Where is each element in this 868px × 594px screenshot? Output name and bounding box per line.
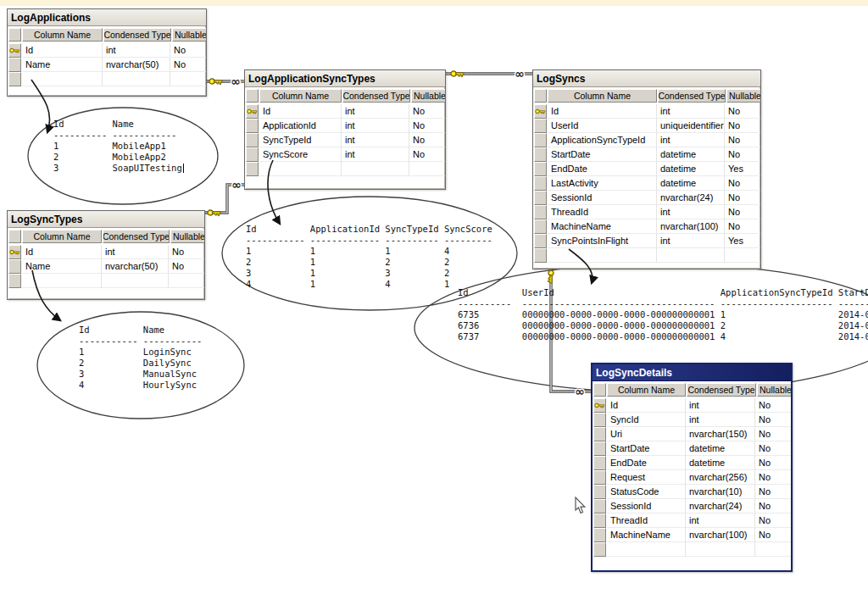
row-header[interactable] bbox=[593, 499, 606, 514]
cell[interactable] bbox=[686, 542, 755, 557]
cell[interactable]: nvarchar(50) bbox=[103, 58, 170, 72]
column-header[interactable]: Column Name bbox=[548, 89, 657, 103]
cell[interactable] bbox=[342, 162, 409, 176]
row-header[interactable] bbox=[593, 514, 606, 528]
cell[interactable]: Id bbox=[548, 104, 657, 119]
cell[interactable]: No bbox=[755, 499, 793, 514]
cell[interactable]: datetime bbox=[657, 147, 725, 162]
cell[interactable]: int bbox=[102, 245, 169, 259]
cell[interactable]: Uri bbox=[607, 427, 686, 441]
column-header[interactable]: Column Name bbox=[22, 28, 103, 42]
cell[interactable]: No bbox=[755, 398, 793, 413]
corner-cell[interactable] bbox=[8, 230, 21, 243]
cell[interactable]: No bbox=[409, 119, 446, 133]
primary-key-icon[interactable] bbox=[8, 245, 21, 259]
cell[interactable]: StatusCode bbox=[607, 485, 686, 499]
cell[interactable]: No bbox=[409, 133, 446, 147]
cell[interactable]: No bbox=[755, 441, 793, 456]
column-header[interactable]: Column Name bbox=[607, 383, 686, 397]
column-header[interactable]: Nullable bbox=[172, 28, 207, 42]
cell[interactable]: int bbox=[657, 104, 725, 119]
row-header[interactable] bbox=[593, 470, 606, 485]
row-header[interactable] bbox=[534, 205, 547, 219]
row-header[interactable] bbox=[593, 542, 606, 557]
cell[interactable]: Name bbox=[22, 259, 102, 274]
cell[interactable] bbox=[755, 542, 793, 557]
table-title[interactable]: LogSyncDetails bbox=[593, 364, 791, 381]
cell[interactable]: No bbox=[725, 133, 761, 147]
cell[interactable]: No bbox=[725, 104, 761, 119]
cell[interactable] bbox=[725, 248, 761, 263]
cell[interactable]: nvarchar(100) bbox=[657, 219, 725, 234]
cell[interactable] bbox=[169, 274, 205, 288]
table-title[interactable]: LogSyncs bbox=[533, 70, 760, 87]
row-header[interactable] bbox=[593, 456, 606, 470]
row-header[interactable] bbox=[593, 441, 606, 456]
corner-cell[interactable] bbox=[534, 89, 547, 103]
cell[interactable]: No bbox=[755, 485, 793, 499]
row-header[interactable] bbox=[534, 162, 547, 176]
row-header[interactable] bbox=[534, 234, 547, 248]
cell[interactable]: int bbox=[342, 133, 409, 147]
cell[interactable] bbox=[103, 72, 170, 86]
row-header[interactable] bbox=[534, 248, 547, 263]
row-header[interactable] bbox=[534, 119, 547, 133]
cell[interactable] bbox=[170, 72, 207, 86]
cell[interactable]: SyncPointsInFlight bbox=[548, 234, 657, 248]
row-header[interactable] bbox=[246, 162, 259, 176]
cell[interactable]: nvarchar(10) bbox=[686, 485, 755, 499]
row-header[interactable] bbox=[593, 485, 606, 499]
cell[interactable]: No bbox=[409, 104, 446, 119]
cell[interactable]: No bbox=[725, 119, 761, 133]
cell[interactable]: ApplicationSyncTypeId bbox=[548, 133, 657, 147]
cell[interactable]: int bbox=[657, 205, 725, 219]
cell[interactable] bbox=[22, 274, 102, 288]
cell[interactable]: No bbox=[170, 43, 207, 58]
cell[interactable]: nvarchar(24) bbox=[657, 191, 725, 205]
row-header[interactable] bbox=[534, 176, 547, 191]
cell[interactable]: Request bbox=[607, 470, 686, 485]
cell[interactable]: datetime bbox=[686, 456, 755, 470]
primary-key-icon[interactable] bbox=[534, 104, 547, 119]
cell[interactable]: int bbox=[342, 119, 409, 133]
row-header[interactable] bbox=[8, 259, 21, 274]
cell[interactable]: No bbox=[755, 528, 793, 542]
cell[interactable] bbox=[22, 72, 103, 86]
column-header[interactable]: Nullable bbox=[757, 383, 793, 397]
cell[interactable]: ThreadId bbox=[607, 514, 686, 528]
cell[interactable]: ApplicationId bbox=[259, 119, 342, 133]
cell[interactable]: StartDate bbox=[548, 147, 657, 162]
row-header[interactable] bbox=[246, 147, 259, 162]
corner-cell[interactable] bbox=[593, 383, 606, 397]
cell[interactable] bbox=[409, 162, 446, 176]
row-header[interactable] bbox=[534, 133, 547, 147]
cell[interactable]: int bbox=[686, 413, 755, 427]
cell[interactable] bbox=[607, 542, 686, 557]
row-header[interactable] bbox=[534, 191, 547, 205]
row-header[interactable] bbox=[593, 528, 606, 542]
column-header[interactable]: Condensed Type bbox=[103, 230, 170, 243]
cell[interactable]: LastActivity bbox=[548, 176, 657, 191]
cell[interactable]: Yes bbox=[725, 162, 761, 176]
column-header[interactable]: Condensed Type bbox=[687, 383, 756, 397]
cell[interactable]: No bbox=[169, 245, 205, 259]
cell[interactable]: Id bbox=[22, 43, 103, 58]
cell[interactable]: nvarchar(24) bbox=[686, 499, 755, 514]
cell[interactable]: MachineName bbox=[607, 528, 686, 542]
cell[interactable]: No bbox=[725, 176, 761, 191]
cell[interactable]: uniqueidentifier bbox=[657, 119, 725, 133]
cell[interactable]: int bbox=[342, 104, 409, 119]
cell[interactable]: Id bbox=[607, 398, 686, 413]
column-header[interactable]: Column Name bbox=[259, 89, 342, 103]
row-header[interactable] bbox=[534, 147, 547, 162]
row-header[interactable] bbox=[8, 72, 21, 86]
cell[interactable]: nvarchar(150) bbox=[686, 427, 755, 441]
cell[interactable]: nvarchar(100) bbox=[686, 528, 755, 542]
cell[interactable]: int bbox=[686, 514, 755, 528]
cell[interactable]: int bbox=[686, 398, 755, 413]
cell[interactable]: int bbox=[657, 234, 725, 248]
cell[interactable]: EndDate bbox=[548, 162, 657, 176]
cell[interactable]: UserId bbox=[548, 119, 657, 133]
cell[interactable]: Yes bbox=[725, 234, 761, 248]
cell[interactable]: StartDate bbox=[607, 441, 686, 456]
